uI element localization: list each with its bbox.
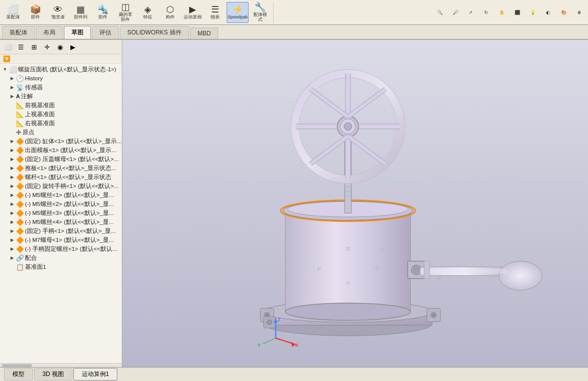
toolbar-btn-select[interactable]: ↗: [464, 5, 478, 19]
toolbar-btn-configmode[interactable]: 🔧 配体模式: [249, 2, 271, 23]
svg-rect-72: [424, 261, 430, 279]
toolbar-btn-view[interactable]: ⬛: [510, 5, 524, 19]
tree-item-plate[interactable]: ▶ 🔶 推板<1> (默认<<默认>_显示状态...: [0, 164, 122, 173]
tree-cylinder-label: (固定) 缸体<1> (默认<<默认>_显示...: [25, 138, 122, 145]
toolbar-btn-motion[interactable]: ▶ 运动算例: [182, 2, 204, 23]
toolbar-btn-col[interactable]: ▦ 部件列: [69, 2, 91, 23]
tree-item-handle-wheel[interactable]: ▶ 🔶 (固定) 旋转手柄<1> (默认<<默认>...: [0, 182, 122, 190]
toolbar-btn-appearance[interactable]: 🎨: [557, 5, 571, 19]
tree-m52-expand[interactable]: ▶: [9, 201, 15, 207]
tree-handlescrew-icon: 🔶: [16, 245, 24, 253]
toolbar-btn-table[interactable]: ☰ 细表: [204, 2, 226, 23]
toolbar-btn-search[interactable]: 🔍: [433, 5, 447, 19]
tree-handlescrew-expand[interactable]: ▶: [9, 246, 15, 252]
toolbar-btn-feature[interactable]: ◈ 特征: [137, 2, 159, 23]
tree-item-origin[interactable]: ✛ 原点: [0, 128, 122, 137]
assembly-label: 装配体: [6, 15, 20, 20]
tree-origin-label: 原点: [22, 129, 34, 136]
toolbar-btn-section[interactable]: ◐: [541, 5, 555, 19]
status-tab-motion[interactable]: 运动算例1: [73, 368, 118, 381]
tree-cylinder-expand[interactable]: ▶: [9, 138, 15, 144]
status-tab-3dview[interactable]: 3D 视图: [34, 368, 72, 381]
toolbar-btn-hidden[interactable]: ◫ 藏的零部件: [114, 2, 136, 23]
tab-layout[interactable]: 布局: [36, 26, 63, 39]
toolbar-btn-part[interactable]: 📦 部件: [24, 2, 46, 23]
tree-screwrod-expand[interactable]: ▶: [9, 174, 15, 180]
tab-sketch[interactable]: 草图: [64, 26, 91, 39]
part2-icon: 🔩: [97, 5, 108, 14]
tree-item-m5-1[interactable]: ▶ 🔶 (-) M5螺丝<1> (默认<<默认>_显...: [0, 190, 122, 199]
toolbar-btn-assembly[interactable]: ⬜ 装配体: [2, 2, 24, 23]
toolbar-btn-part2[interactable]: 🔩 部件: [92, 2, 114, 23]
tree-mates-expand[interactable]: ▶: [9, 255, 15, 261]
preview-label: 预览者: [51, 15, 65, 20]
tree-item-handle-fixed[interactable]: ▶ 🔶 (固定) 手柄<1> (默认<<默认>_显...: [0, 226, 122, 235]
tree-template-expand[interactable]: ▶: [9, 147, 15, 153]
preview-icon: 👁: [53, 5, 62, 14]
sidebar-scrollbar-thumb[interactable]: [2, 364, 32, 367]
tree-item-history[interactable]: ▶ 🕐 History: [0, 74, 122, 83]
tree-item-m5-3[interactable]: ▶ 🔶 (-) M5螺丝<3> (默认<<默认>_显...: [0, 208, 122, 217]
toolbar-btn-monitor[interactable]: 🖥: [572, 5, 586, 19]
viewport-3d[interactable]: ✲ ✲ ✲ ✲ ✲ ✲: [122, 40, 588, 367]
tree-item-screw-rod[interactable]: ▶ 🔶 螺杆<1> (默认<<默认>_显示状态: [0, 173, 122, 182]
toolbar-btn-pan[interactable]: ✋: [495, 5, 509, 19]
toolbar-btn-speedpak[interactable]: ⚡ Speedpak: [227, 2, 249, 23]
col-label: 部件列: [74, 15, 87, 20]
motion-icon: ▶: [189, 5, 196, 14]
tree-m7-expand[interactable]: ▶: [9, 237, 15, 243]
tree-item-template[interactable]: ▶ 🔶 出面模板<1> (默认<<默认>_显示...: [0, 146, 122, 155]
tab-mbd[interactable]: MBD: [190, 27, 219, 39]
tree-annotations-expand[interactable]: ▶: [9, 93, 15, 99]
appearance-icon: 🎨: [561, 10, 567, 15]
tree-item-m5-2[interactable]: ▶ 🔶 (-) M5螺丝<2> (默认<<默认>_显...: [0, 199, 122, 208]
tree-m54-expand[interactable]: ▶: [9, 219, 15, 225]
tree-root[interactable]: ▼ ⬜ 螺旋压面机 (默认<默认_显示状态-1>): [0, 65, 122, 74]
tree-item-cylinder[interactable]: ▶ 🔶 (固定) 缸体<1> (默认<<默认>_显示...: [0, 137, 122, 146]
tree-item-m5-4[interactable]: ▶ 🔶 (-) M5螺丝<4> (默认<<默认>_显...: [0, 217, 122, 226]
tree-item-nut[interactable]: ▶ 🔶 (固定) 压盖螺母<1> (默认<<默认>...: [0, 155, 122, 164]
tree-handlescrew-label: (-) 手柄固定螺丝<1> (默认<<默认...: [25, 245, 117, 253]
tree-item-right-plane[interactable]: 📐 右视基准面: [0, 119, 122, 128]
toolbar-btn-construct[interactable]: ⬡ 构件: [159, 2, 181, 23]
toolbar-btn-display[interactable]: 💡: [526, 5, 540, 19]
toolbar-btn-zoom[interactable]: 🔎: [448, 5, 462, 19]
tree-origin-expand: [9, 129, 15, 135]
tree-item-annotations[interactable]: ▶ A 注解: [0, 92, 122, 101]
tree-handlewheel-expand[interactable]: ▶: [9, 183, 15, 189]
sidebar-btn-5[interactable]: ◉: [54, 41, 66, 52]
tab-plugins[interactable]: SOLIDWORKS 插件: [120, 26, 189, 39]
sidebar-btn-3[interactable]: ⊞: [28, 41, 40, 52]
tree-item-sensors[interactable]: ▶ 📡 传感器: [0, 83, 122, 92]
configmode-icon: 🔧: [255, 2, 266, 11]
sidebar-btn-2[interactable]: ☰: [15, 41, 27, 52]
tree-m51-expand[interactable]: ▶: [9, 192, 15, 198]
tree-item-m7[interactable]: ▶ 🔶 (-) M7螺母<1> (默认<<默认>_显...: [0, 235, 122, 244]
toolbar-btn-rotate[interactable]: ↻: [479, 5, 493, 19]
tree-m53-expand[interactable]: ▶: [9, 210, 15, 216]
top-toolbar: ⬜ 装配体 📦 部件 👁 预览者 ▦ 部件列 🔩 部件 ◫ 藏的零部件 ◈ 特征…: [0, 0, 588, 25]
tree-root-expand[interactable]: ▼: [2, 66, 8, 72]
sidebar-btn-1[interactable]: ⬜: [2, 41, 14, 52]
status-tab-model[interactable]: 模型: [4, 368, 33, 381]
tree-item-handle-screw[interactable]: ▶ 🔶 (-) 手柄固定螺丝<1> (默认<<默认...: [0, 244, 122, 253]
tab-evaluate[interactable]: 评估: [92, 26, 119, 39]
tree-right-expand: [9, 120, 15, 126]
tree-plate-expand[interactable]: ▶: [9, 165, 15, 171]
tree-handlefixed-expand[interactable]: ▶: [9, 228, 15, 234]
tree-item-top-plane[interactable]: 📐 上视基准面: [0, 110, 122, 119]
tree-item-front-plane[interactable]: 📐 前视基准面: [0, 101, 122, 110]
tree-sensors-expand[interactable]: ▶: [9, 84, 15, 90]
tree-item-mates[interactable]: ▶ 🔗 配合: [0, 253, 122, 262]
tree-item-datum1[interactable]: 📋 基准面1: [0, 262, 122, 271]
tree-datum1-expand: [9, 264, 15, 270]
tab-assembly[interactable]: 装配体: [2, 26, 35, 39]
hidden-icon: ◫: [121, 2, 130, 11]
sidebar-btn-4[interactable]: ✛: [41, 41, 53, 52]
sidebar-btn-expand[interactable]: ▶: [67, 41, 79, 52]
tree-nut-expand[interactable]: ▶: [9, 156, 15, 162]
toolbar-btn-preview[interactable]: 👁 预览者: [47, 2, 69, 23]
tree-history-expand[interactable]: ▶: [9, 75, 15, 81]
tree-nut-label: (固定) 压盖螺母<1> (默认<<默认>...: [25, 156, 118, 163]
part-label: 部件: [31, 15, 40, 20]
